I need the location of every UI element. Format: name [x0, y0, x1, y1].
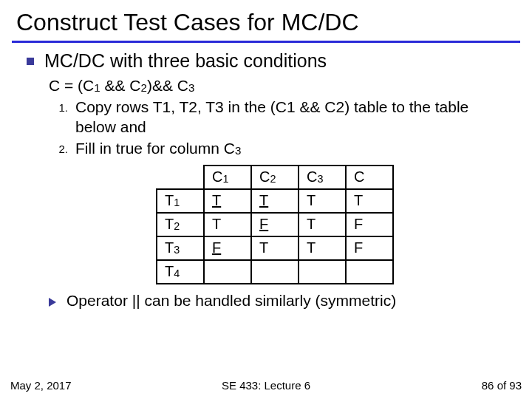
- numbered-steps: 1.Copy rows T1, T2, T3 in the (C1 && C2)…: [49, 98, 505, 159]
- footer-course: SE 433: Lecture 6: [222, 379, 310, 392]
- indented-block: C = (C1 && C2)&& C3 1.Copy rows T1, T2, …: [49, 76, 505, 284]
- table-cell: T: [204, 189, 251, 213]
- table-cell: F: [346, 213, 393, 236]
- table-cell: T: [251, 236, 299, 260]
- table-cell: T: [299, 213, 346, 236]
- table-cell: T: [251, 189, 299, 213]
- truth-table-wrap: C1C2C3CT1TTTTT2TFTFT3FTTFT4: [156, 165, 505, 284]
- table-cell: F: [204, 236, 251, 260]
- table-header-row: C1C2C3C: [157, 166, 393, 189]
- table-cell: T: [346, 189, 393, 213]
- table-row: T3FTTF: [157, 236, 393, 260]
- table-cell: F: [251, 213, 299, 236]
- bullet2-text: Operator || can be handled similarly (sy…: [66, 292, 396, 310]
- triangle-bullet-icon: [49, 298, 56, 307]
- table-row-label: T1: [157, 189, 204, 213]
- step-item: 2.Fill in true for column C3: [49, 139, 505, 159]
- equation-line: C = (C1 && C2)&& C3: [49, 76, 505, 96]
- table-row: T2TFTF: [157, 213, 393, 236]
- table-column-header: C3: [299, 166, 346, 189]
- table-cell: F: [346, 236, 393, 260]
- table-cell: [251, 260, 299, 284]
- step-item: 1.Copy rows T1, T2, T3 in the (C1 && C2)…: [49, 98, 505, 137]
- table-column-header: C1: [204, 166, 251, 189]
- table-row: T4: [157, 260, 393, 284]
- page-title: Construct Test Cases for MC/DC: [0, 0, 532, 41]
- table-column-header: C: [346, 166, 393, 189]
- bullet-level1: MC/DC with three basic conditions: [27, 50, 505, 72]
- table-cell: [299, 260, 346, 284]
- table-row: T1TTTT: [157, 189, 393, 213]
- table-corner-cell: [157, 166, 204, 189]
- footer-date: May 2, 2017: [10, 379, 72, 392]
- content-area: MC/DC with three basic conditions C = (C…: [0, 50, 532, 310]
- table-cell: [346, 260, 393, 284]
- truth-table: C1C2C3CT1TTTTT2TFTFT3FTTFT4: [156, 165, 394, 284]
- table-cell: T: [204, 213, 251, 236]
- table-row-label: T4: [157, 260, 204, 284]
- title-rule: [12, 41, 520, 43]
- table-row-label: T2: [157, 213, 204, 236]
- bullet1-text: MC/DC with three basic conditions: [44, 50, 327, 72]
- step-text: Copy rows T1, T2, T3 in the (C1 && C2) t…: [75, 98, 505, 137]
- step-number: 2.: [49, 139, 68, 159]
- table-cell: T: [299, 236, 346, 260]
- footer-page: 86 of 93: [482, 379, 522, 392]
- table-row-label: T3: [157, 236, 204, 260]
- bullet-level2: Operator || can be handled similarly (sy…: [49, 292, 505, 310]
- table-column-header: C2: [251, 166, 299, 189]
- square-bullet-icon: [27, 58, 34, 65]
- step-text: Fill in true for column C3: [75, 139, 505, 159]
- step-number: 1.: [49, 98, 68, 137]
- table-cell: T: [299, 189, 346, 213]
- table-cell: [204, 260, 251, 284]
